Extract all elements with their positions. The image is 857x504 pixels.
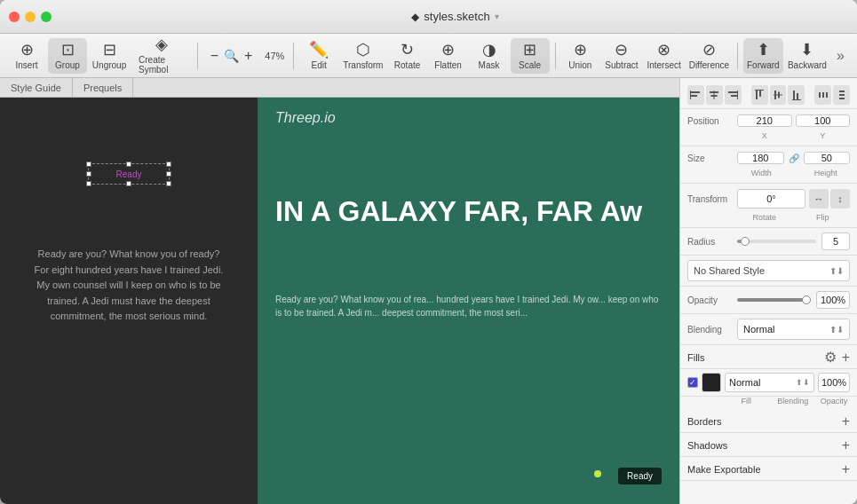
- fills-add-button[interactable]: +: [842, 350, 850, 365]
- toolbar-sep-1: [197, 43, 198, 69]
- align-top-button[interactable]: [751, 85, 768, 105]
- radius-slider[interactable]: [737, 240, 816, 243]
- fill-sublabel-fill: Fill: [725, 397, 768, 406]
- y-input[interactable]: 100: [796, 114, 851, 127]
- handle-top-right[interactable]: [166, 161, 171, 167]
- close-button[interactable]: [9, 12, 20, 22]
- zoom-in-button[interactable]: +: [241, 46, 256, 66]
- handle-mid-right[interactable]: [166, 171, 171, 177]
- ungroup-icon: ⊟: [103, 42, 116, 58]
- blending-row: Blending Normal ⬆⬇: [680, 314, 857, 345]
- opacity-slider[interactable]: [737, 298, 811, 302]
- distribute-v-button[interactable]: [833, 85, 850, 105]
- backward-button[interactable]: ⬇ Backward: [785, 38, 829, 74]
- fill-check-icon: ✓: [689, 378, 696, 387]
- minimize-button[interactable]: [25, 12, 36, 22]
- create-symbol-button[interactable]: ◈ Create Symbol: [131, 33, 192, 78]
- union-button[interactable]: ⊕ Union: [560, 38, 599, 74]
- dark-canvas-panel[interactable]: Ready Ready are you? Wha: [0, 98, 258, 504]
- fill-color-swatch[interactable]: [702, 373, 721, 392]
- align-left-button[interactable]: [687, 85, 704, 105]
- window-title-text: styles.sketch: [424, 10, 489, 23]
- borders-label: Borders: [687, 416, 722, 427]
- height-input[interactable]: 50: [804, 152, 851, 164]
- shadows-add-button[interactable]: +: [842, 438, 850, 453]
- y-input-group: 100: [796, 114, 851, 127]
- forward-button[interactable]: ⬆ Forward: [743, 38, 783, 74]
- svg-rect-9: [756, 91, 758, 99]
- flip-vertical-button[interactable]: ↕: [830, 189, 850, 209]
- rotate-input[interactable]: 0°: [737, 189, 805, 209]
- svg-rect-6: [728, 91, 737, 93]
- align-center-h-button[interactable]: [706, 85, 723, 105]
- handle-top-left[interactable]: [86, 161, 91, 167]
- scale-button[interactable]: ⊞ Scale: [511, 38, 550, 74]
- fill-sublabel-blending: Blending: [772, 397, 815, 406]
- titlebar: ◆ styles.sketch ▾: [0, 0, 857, 34]
- fill-blending-value: Normal: [729, 377, 760, 388]
- svg-rect-16: [797, 93, 798, 99]
- align-right-button[interactable]: [725, 85, 742, 105]
- group-button[interactable]: ⊡ Group: [48, 38, 87, 74]
- handle-bot-right[interactable]: [166, 181, 171, 186]
- radius-thumb[interactable]: [741, 237, 750, 246]
- flip-horizontal-button[interactable]: ↔: [809, 189, 829, 209]
- fills-label: Fills: [687, 352, 705, 363]
- toolbar-more-button[interactable]: »: [831, 44, 850, 67]
- align-bottom-button[interactable]: [788, 85, 805, 105]
- fill-blending-dropdown[interactable]: Normal ⬆⬇: [725, 373, 814, 392]
- insert-button[interactable]: ⊕ Insert: [7, 38, 46, 74]
- radius-value: 5: [833, 236, 838, 247]
- handle-top-mid[interactable]: [126, 161, 131, 167]
- x-input[interactable]: 210: [737, 114, 792, 127]
- selected-element-label: Ready: [116, 169, 142, 179]
- zoom-out-button[interactable]: −: [207, 46, 222, 66]
- ungroup-button[interactable]: ⊟ Ungroup: [89, 38, 130, 74]
- difference-button[interactable]: ⊘ Difference: [686, 38, 733, 74]
- edit-icon: ✏️: [309, 42, 329, 58]
- intersect-button[interactable]: ⊗ Intersect: [644, 38, 685, 74]
- width-input[interactable]: 180: [737, 152, 784, 164]
- edit-button[interactable]: ✏️ Edit: [299, 38, 338, 74]
- file-icon: ◆: [411, 11, 419, 23]
- radius-input[interactable]: 5: [821, 232, 850, 250]
- selected-element[interactable]: Ready: [88, 163, 170, 185]
- zoom-value[interactable]: 47%: [261, 51, 288, 61]
- fills-settings-button[interactable]: ⚙: [824, 350, 837, 365]
- preview-brand: Threep.io: [275, 110, 336, 126]
- exportable-add-button[interactable]: +: [842, 462, 850, 476]
- zoom-control: − 🔍 +: [203, 46, 260, 66]
- handle-bot-left[interactable]: [86, 181, 91, 186]
- shadows-actions: +: [842, 438, 850, 453]
- opacity-input[interactable]: 100%: [816, 291, 850, 309]
- preview-badge: Ready: [618, 468, 662, 484]
- svg-rect-10: [759, 91, 761, 97]
- align-middle-v-button[interactable]: [770, 85, 787, 105]
- x-sublabel: X: [737, 131, 792, 140]
- fill-opacity-input[interactable]: 100%: [818, 373, 850, 392]
- toolbar-sep-3: [555, 43, 556, 69]
- fill-checkbox[interactable]: ✓: [687, 377, 698, 388]
- shared-style-dropdown[interactable]: No Shared Style ⬆⬇: [687, 260, 850, 281]
- flip-sublabel: Flip: [796, 213, 851, 222]
- handle-mid-left[interactable]: [86, 171, 91, 177]
- handle-bot-mid[interactable]: [126, 181, 131, 186]
- width-input-group: 180: [737, 152, 784, 164]
- mask-button[interactable]: ◑ Mask: [470, 38, 509, 74]
- subtract-button[interactable]: ⊖ Subtract: [601, 38, 641, 74]
- borders-add-button[interactable]: +: [842, 414, 850, 429]
- maximize-button[interactable]: [41, 12, 52, 22]
- shadows-label: Shadows: [687, 440, 727, 451]
- svg-rect-15: [793, 91, 795, 99]
- rotate-button[interactable]: ↻ Rotate: [388, 38, 427, 74]
- preview-canvas-panel[interactable]: Threep.io IN A GALAXY FAR, FAR Aw Ready …: [258, 98, 679, 504]
- flatten-button[interactable]: ⊕ Flatten: [429, 38, 468, 74]
- zoom-magnifier-icon: 🔍: [224, 49, 239, 63]
- transform-button[interactable]: ⬡ Transform: [340, 38, 385, 74]
- blending-dropdown[interactable]: Normal ⬆⬇: [737, 319, 850, 340]
- size-row: Size 180 🔗 50: [687, 152, 850, 164]
- lock-icon[interactable]: 🔗: [788, 152, 800, 164]
- shadows-header: Shadows +: [680, 433, 857, 457]
- distribute-h-button[interactable]: [814, 85, 831, 105]
- opacity-thumb[interactable]: [802, 295, 811, 304]
